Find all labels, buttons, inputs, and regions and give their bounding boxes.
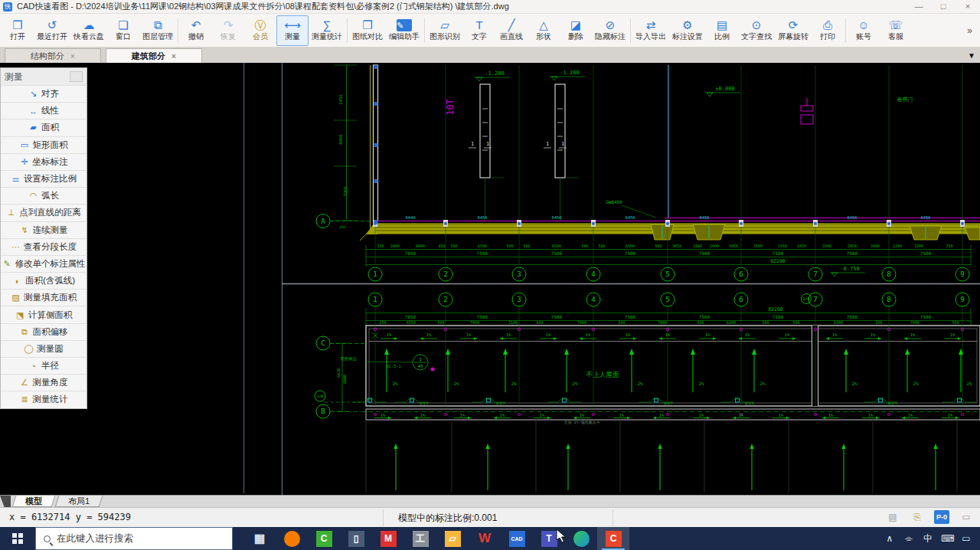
toolbar-service-button[interactable]: ☏ 客服 [880,15,912,46]
toolbar-shape-recognition-button[interactable]: ▱ 图形识别 [426,15,463,46]
toolbar-account-button[interactable]: ☺ 账号 [848,15,880,46]
explorer-taskbar-button[interactable]: ▱ [436,527,469,550]
measure-tool-item[interactable]: ▰ 面积 [1,119,87,136]
measure-tool-item[interactable]: ✎ 修改单个标注属性 [1,255,87,272]
start-button[interactable] [0,527,35,550]
ime-language[interactable]: 中 [922,532,934,545]
toolbar-window-button[interactable]: ❏ 窗口 [107,15,139,46]
doc-tab-2[interactable]: 建筑部分 × [106,48,202,63]
p0-badge[interactable]: P-0 [934,510,949,524]
wps-taskbar-button[interactable]: W [469,527,501,550]
svg-text:1/6: 1/6 [802,296,809,301]
toolbar-button-label: 测量统计 [312,31,342,42]
svg-text:2800: 2800 [390,244,400,248]
cad-blue-taskbar-button[interactable]: CAD [501,527,533,550]
green-app-taskbar-button[interactable]: C [308,527,340,550]
close-button[interactable]: × [956,0,980,13]
doc-tab-label: 建筑部分 [132,51,165,62]
svg-text:GWB400: GWB400 [606,199,622,205]
toolbar-hide-annotation-button[interactable]: ⊘ 隐藏标注 [592,15,629,46]
panel-collapse-button[interactable] [70,71,83,82]
tab-list-dropdown-button[interactable]: ▼ [968,51,975,60]
sheet-tab-2[interactable]: 布局1 [55,496,103,507]
toolbar-vip-button[interactable]: Ⓥ 会员 [244,15,276,46]
measure-tool-item[interactable]: ↔ 线性 [1,102,87,119]
red-app-taskbar-button[interactable]: M [372,527,404,550]
toolbar-button-label: 客服 [888,31,903,42]
svg-text:1%: 1% [868,413,874,417]
cad-viewer-taskbar-button[interactable]: C [597,527,629,550]
toolbar-text-button[interactable]: T 文字 [463,15,495,46]
tab-close-icon[interactable]: × [70,52,75,61]
phone-app-taskbar-button[interactable]: ▯ [340,527,372,550]
measure-tool-item[interactable]: ▭ 矩形面积 [1,136,87,153]
notification-icon[interactable]: ▭ [960,533,972,544]
toolbar-import-export-button[interactable]: ⇄ 导入导出 [632,15,669,46]
measure-tool-item[interactable]: ⬔ 计算侧面积 [1,306,87,322]
toolbar-shape-button[interactable]: △ 形状 [528,15,560,46]
toolbar-open-button[interactable]: ❒ 打开 [2,15,34,46]
svg-text:1%: 1% [626,332,631,337]
minimize-button[interactable]: — [906,0,931,13]
tab-close-icon[interactable]: × [172,52,176,61]
toolbar-layers-button[interactable]: ⧉ 图层管理 [139,15,176,46]
toolbar-annotation-settings-button[interactable]: ⚙ 标注设置 [669,15,706,46]
svg-text:82200: 82200 [770,258,786,264]
measure-tool-item[interactable]: ⋯ 查看分段长度 [1,238,87,255]
phone-app-icon: ▯ [348,531,364,547]
redo-icon: ↷ [224,18,234,31]
measure-tool-item[interactable]: ↯ 连续测量 [1,221,87,238]
svg-text:7900: 7900 [343,186,348,196]
measure-tool-item[interactable]: ◔ 半径 [1,357,87,374]
toolbar-overflow-button[interactable]: » [961,25,978,36]
measure-tool-item[interactable]: ≣ 测量统计 [1,391,87,408]
firefox-taskbar-button[interactable] [276,527,308,550]
measure-tool-item[interactable]: ◠ 弧长 [1,187,87,204]
svg-text:7500: 7500 [920,250,932,256]
toolbar-scale-button[interactable]: ▤ 比例 [706,15,738,46]
measure-tool-item[interactable]: ⚌ 设置标注比例 [1,170,87,187]
toolbar-button-label: 恢复 [220,31,236,42]
toolbar-measure-stats-button[interactable]: ∑ 测量统计 [309,15,345,46]
note-icon[interactable]: ▤ [885,510,900,524]
measure-tool-item[interactable]: ↘ 对齐 [1,85,87,102]
toolbar-draw-line-button[interactable]: ╱ 画直线 [495,15,528,46]
toolbar-screen-rotate-button[interactable]: ⟳ 屏幕旋转 [775,15,812,46]
toolbar-redo-button[interactable]: ↷ 恢复 [212,15,244,46]
toolbar-measure-button[interactable]: ⟷ 测量 [276,15,309,46]
toolbar-cloud-drive-button[interactable]: ☁ 快看云盘 [70,15,107,46]
measure-tool-item[interactable]: ∠ 测量角度 [1,374,87,391]
cad-tool-taskbar-button[interactable]: 工 [404,527,436,550]
share-icon[interactable]: ⎘ [910,510,925,524]
drawing-canvas[interactable]: 1122334455667788991/6-1.200-1.200±0.000-… [0,63,980,495]
measure-tool-item[interactable]: ⟂ 点到直线的距离 [1,204,87,221]
toolbar-compare-button[interactable]: ❐ 图纸对比 [349,15,386,46]
doc-tab-1[interactable]: 结构部分 × [5,48,101,63]
task-view-taskbar-button[interactable]: ▦ [243,527,276,550]
chevron-up-icon[interactable]: ∧ [884,533,896,544]
touch-keyboard-icon[interactable]: ⌨ [941,533,953,544]
toolbar-recent-open-button[interactable]: ↺ 最近打开 [34,15,70,46]
collapse-icon[interactable]: ▭ [959,510,974,524]
toolbar-separator [845,18,846,43]
measure-tool-label: 查看分段长度 [24,241,77,253]
sheet-tab-1[interactable]: 模型 [12,496,56,507]
microphone-icon[interactable]: ⌯ [903,533,915,544]
maximize-button[interactable]: □ [931,0,956,13]
measure-tool-item[interactable]: ◯ 测量圆 [1,340,87,357]
measure-tool-item[interactable]: ▨ 测量填充面积 [1,289,87,306]
toolbar-text-search-button[interactable]: ⊙ 文字查找 [738,15,775,46]
title-bar: 快 CAD快速看图 - D:\2024培训业务\11网课\02钢结构\03网课成… [0,0,980,14]
toolbar-undo-button[interactable]: ↶ 撤销 [180,15,212,46]
toolbar-edit-helper-button[interactable]: ✎ 编辑助手 [386,15,423,46]
svg-text:7500: 7500 [625,250,636,256]
toolbar-print-button[interactable]: ⎙ 打印 [812,15,844,46]
toolbar-erase-button[interactable]: ◪ 删除 [560,15,592,46]
measure-tool-item[interactable]: ⧉ 面积偏移 [1,323,87,340]
taskbar-search[interactable]: 在此键入进行搜索 [35,527,233,550]
measure-tool-item[interactable]: ✛ 坐标标注 [1,153,87,170]
measure-tool-item[interactable]: ◗ 面积(含弧线) [1,272,87,289]
measure-tool-label: 点到直线的距离 [19,207,81,218]
edge-taskbar-button[interactable] [565,527,597,550]
svg-text:250: 250 [339,225,345,229]
